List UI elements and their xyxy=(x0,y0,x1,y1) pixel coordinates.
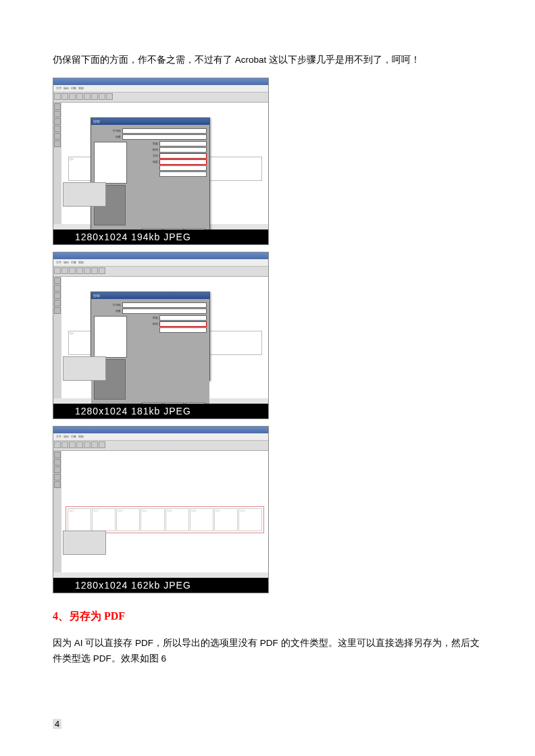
field xyxy=(122,134,207,140)
artboard: 画板5 xyxy=(165,508,189,531)
menubar: 文件编辑对象视图 xyxy=(53,433,268,441)
field-highlighted xyxy=(159,153,207,159)
menubar: 文件编辑对象视图 xyxy=(53,259,268,267)
screenshot-3: 文件编辑对象视图 画板1 画板2 画板3 画板4 画板5 画板6 画板7 画板8 xyxy=(53,426,269,593)
screenshot-2: 文件编辑对象视图 画板 画板 打印 打印机 份数 xyxy=(53,252,269,419)
bottom-panel xyxy=(63,531,106,555)
artboard: 画板1 xyxy=(68,508,91,531)
field-label: 纸张 xyxy=(131,322,158,325)
print-dialog: 打印 打印机 份数 页面 纸张 方向 缩放 xyxy=(91,117,210,240)
field-label: 份数 xyxy=(94,135,121,138)
field-label: 打印机 xyxy=(94,303,121,306)
field xyxy=(159,315,207,321)
field xyxy=(159,147,207,153)
titlebar xyxy=(53,427,268,433)
field xyxy=(122,302,207,308)
menubar: 文件编辑对象视图 xyxy=(53,85,268,92)
titlebar xyxy=(53,252,268,259)
paragraph-1: 仍保留下面的方面，作不备之需，不过有了 Acrobat 这以下步骤几乎是用不到了… xyxy=(53,53,482,68)
artboard: 画板6 xyxy=(190,508,213,531)
artboard: 画板4 xyxy=(141,508,164,531)
field xyxy=(159,171,207,177)
field-label: 份数 xyxy=(94,309,121,313)
dialog-title: 打印 xyxy=(91,118,209,125)
caption: 1280x1024 181kb JPEG xyxy=(53,404,268,418)
field-highlighted xyxy=(159,321,207,327)
bottom-panel xyxy=(63,182,106,207)
artboard: 画板8 xyxy=(238,508,262,531)
toolbar xyxy=(53,92,268,103)
artboard: 画板7 xyxy=(214,508,238,531)
field xyxy=(159,165,207,171)
page-number: 4 xyxy=(53,719,61,729)
titlebar xyxy=(53,78,268,85)
paragraph-2: 因为 AI 可以直接存 PDF，所以导出的选项里没有 PDF 的文件类型。这里可… xyxy=(53,636,482,667)
field-label: 页面 xyxy=(131,142,158,145)
field-label: 方向 xyxy=(131,154,158,157)
artboard-strip: 画板1 画板2 画板3 画板4 画板5 画板6 画板7 画板8 xyxy=(66,506,264,533)
toolbar xyxy=(53,267,268,277)
field xyxy=(159,327,207,333)
field xyxy=(122,308,207,314)
field-label: 缩放 xyxy=(131,160,158,163)
artboard: 画板2 xyxy=(92,508,116,531)
section-heading: 4、另存为 PDF xyxy=(53,610,482,624)
field-label: 页面 xyxy=(131,316,158,319)
field-label: 纸张 xyxy=(131,148,158,151)
dialog-title: 打印 xyxy=(91,292,209,299)
settings-list xyxy=(94,142,127,184)
caption: 1280x1024 194kb JPEG xyxy=(53,230,268,244)
field xyxy=(122,128,207,134)
print-dialog: 打印 打印机 份数 页面 纸张 xyxy=(91,292,210,381)
caption: 1280x1024 162kb JPEG xyxy=(53,578,268,593)
toolbar xyxy=(53,441,268,451)
settings-list xyxy=(94,316,127,358)
field-label: 打印机 xyxy=(94,129,121,132)
field-highlighted xyxy=(159,159,207,165)
artboard: 画板3 xyxy=(116,508,140,531)
field xyxy=(159,141,207,146)
screenshot-1: 文件编辑对象视图 画板 画板 打印 打印机 份数 xyxy=(53,78,269,245)
bottom-panel xyxy=(63,356,106,381)
